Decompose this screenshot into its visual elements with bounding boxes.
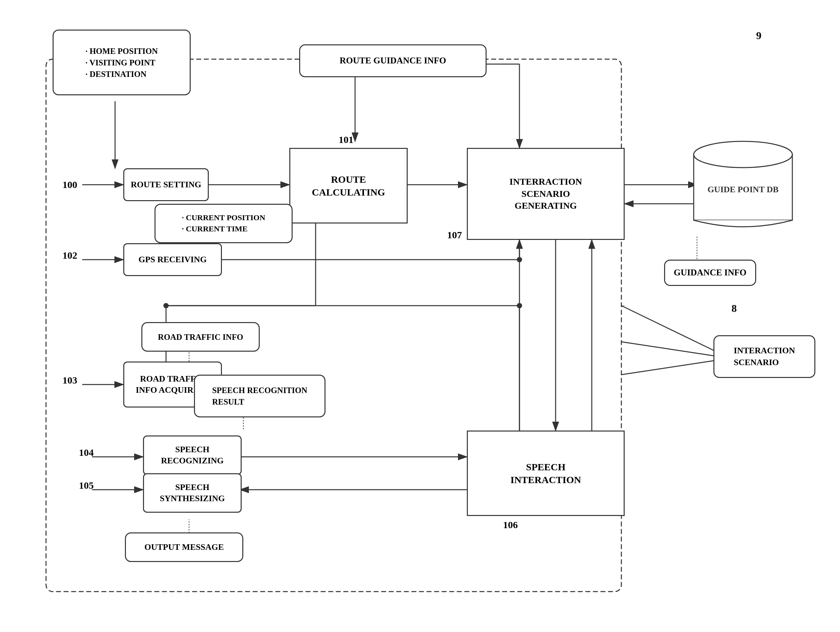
- route-guidance-info-bubble: ROUTE GUIDANCE INFO: [299, 44, 486, 77]
- label-105: 105: [79, 480, 94, 491]
- interaction-scenario-generating-block: INTERRACTION SCENARIO GENERATING: [467, 148, 625, 240]
- label-104: 104: [79, 447, 94, 458]
- interaction-scenario-bubble: INTERACTION SCENARIO: [714, 335, 815, 378]
- svg-point-16: [517, 257, 522, 262]
- label-9: 9: [756, 30, 761, 42]
- label-107: 107: [447, 229, 462, 241]
- gps-receiving-block: GPS RECEIVING: [123, 243, 222, 276]
- svg-point-49: [694, 141, 792, 168]
- current-position-bubble: · CURRENT POSITION · CURRENT TIME: [155, 204, 293, 243]
- speech-interaction-block: SPEECH INTERACTION: [467, 430, 625, 516]
- speech-recognition-result-bubble: SPEECH RECOGNITION RESULT: [194, 375, 325, 418]
- svg-point-25: [517, 303, 522, 308]
- road-traffic-info-bubble: ROAD TRAFFIC INFO: [141, 322, 260, 351]
- label-102: 102: [62, 250, 77, 261]
- label-8: 8: [731, 303, 737, 315]
- label-106: 106: [503, 519, 518, 530]
- label-101: 101: [339, 134, 354, 145]
- speech-recognizing-block: SPEECH RECOGNIZING: [143, 435, 242, 475]
- route-setting-block: ROUTE SETTING: [123, 168, 209, 201]
- output-message-bubble: OUTPUT MESSAGE: [125, 533, 243, 562]
- label-103: 103: [62, 375, 77, 386]
- guidance-info-bubble: GUIDANCE INFO: [664, 260, 756, 286]
- svg-text:GUIDE POINT DB: GUIDE POINT DB: [707, 185, 778, 194]
- svg-point-20: [163, 303, 169, 308]
- diagram-container: 9 8 ROUTE GUIDANCE INFO · HOME POSITION …: [13, 13, 827, 619]
- guide-point-db-cylinder: GUIDE POINT DB: [690, 135, 796, 233]
- route-calculating-block: ROUTE CALCULATING: [289, 148, 408, 224]
- home-position-bubble: · HOME POSITION · VISITING POINT · DESTI…: [53, 30, 191, 95]
- speech-synthesizing-block: SPEECH SYNTHESIZING: [143, 473, 242, 513]
- arrows-svg: [13, 13, 827, 619]
- label-100: 100: [62, 179, 77, 190]
